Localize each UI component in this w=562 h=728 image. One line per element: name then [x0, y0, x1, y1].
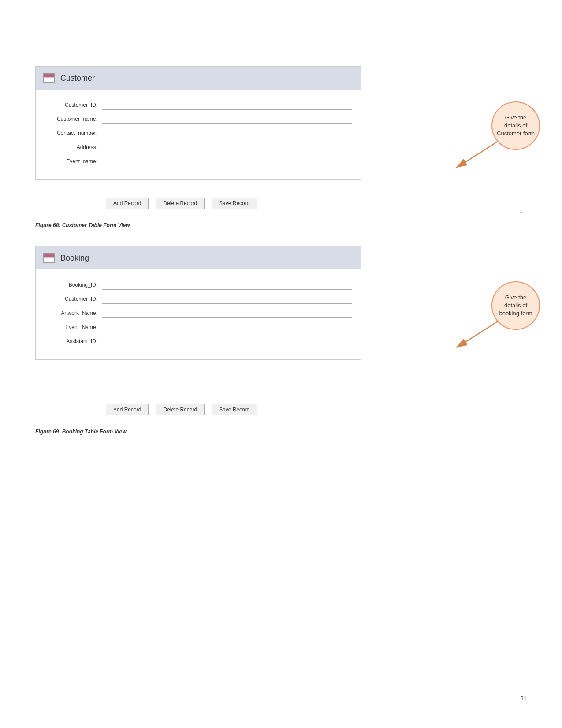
booking-form-header: Booking — [36, 246, 361, 269]
scroll-indicator: ▲ — [519, 209, 523, 214]
booking-form-section: Booking Booking_ID: Customer_ID: Artwork… — [35, 246, 527, 424]
customer-arrow-svg — [417, 101, 540, 190]
booking-annotation-wrapper: Give the details of booking form — [417, 281, 540, 370]
booking-form-container: Booking Booking_ID: Customer_ID: Artwork… — [35, 246, 361, 360]
booking-table-icon — [43, 253, 55, 263]
customer-annotation-wrapper: Give the details of Customer form — [417, 101, 540, 190]
label-booking-customer-id: Customer_ID: — [45, 296, 102, 302]
input-address[interactable] — [102, 142, 352, 152]
label-assistant-id: Assistant_ID: — [45, 338, 102, 344]
label-event-name: Event_name: — [45, 158, 102, 164]
label-customer-id: Customer_ID: — [45, 102, 102, 108]
field-row-customer-id: Customer_ID: — [45, 100, 352, 110]
label-booking-id: Booking_ID: — [45, 282, 102, 288]
customer-add-button[interactable]: Add Record — [106, 198, 149, 209]
customer-figure-caption: Figure 68: Customer Table Form View — [35, 222, 527, 228]
input-booking-customer-id[interactable] — [102, 294, 352, 304]
label-customer-name: Customer_name: — [45, 116, 102, 122]
label-event-name2: Event_Name: — [45, 324, 102, 330]
customer-annotation-bubble: Give the details of Customer form — [491, 101, 540, 150]
field-row-event-name: Event_name: — [45, 157, 352, 166]
field-row-contact-number: Contact_number: — [45, 128, 352, 138]
field-row-customer-name: Customer_name: — [45, 114, 352, 124]
booking-form-fields: Booking_ID: Customer_ID: Artwork_Name: E… — [36, 273, 361, 359]
input-artwork-name[interactable] — [102, 308, 352, 318]
booking-figure-caption: Figure 69: Booking Table Form View — [35, 429, 527, 435]
booking-buttons-area: Add Record Delete Record Save Record — [35, 395, 527, 424]
booking-add-button[interactable]: Add Record — [106, 404, 149, 415]
input-contact-number[interactable] — [102, 128, 352, 138]
field-row-artwork-name: Artwork_Name: — [45, 308, 352, 318]
booking-delete-button[interactable]: Delete Record — [156, 404, 205, 415]
customer-form-header: Customer — [36, 67, 361, 90]
field-row-booking-id: Booking_ID: — [45, 280, 352, 290]
input-customer-name[interactable] — [102, 114, 352, 124]
input-event-name[interactable] — [102, 157, 352, 166]
label-artwork-name: Artwork_Name: — [45, 310, 102, 316]
customer-form-title: Customer — [60, 74, 95, 83]
field-row-booking-customer-id: Customer_ID: — [45, 294, 352, 304]
input-customer-id[interactable] — [102, 100, 352, 110]
customer-form-fields: Customer_ID: Customer_name: Contact_numb… — [36, 93, 361, 179]
input-assistant-id[interactable] — [102, 336, 352, 346]
field-row-address: Address: — [45, 142, 352, 152]
customer-buttons-area: Add Record Delete Record Save Record ▲ — [35, 189, 527, 218]
page-number: 31 — [521, 695, 527, 702]
field-row-event-name2: Event_Name: — [45, 322, 352, 332]
table-icon — [43, 73, 55, 83]
input-event-name2[interactable] — [102, 322, 352, 332]
field-row-assistant-id: Assistant_ID: — [45, 336, 352, 346]
label-address: Address: — [45, 144, 102, 150]
customer-form-container: Customer Customer_ID: Customer_name: Con… — [35, 66, 361, 180]
booking-arrow-svg — [417, 281, 540, 370]
customer-save-button[interactable]: Save Record — [212, 198, 257, 209]
label-contact-number: Contact_number: — [45, 130, 102, 136]
customer-delete-button[interactable]: Delete Record — [156, 198, 205, 209]
booking-annotation-bubble: Give the details of booking form — [491, 281, 540, 330]
input-booking-id[interactable] — [102, 280, 352, 290]
booking-save-button[interactable]: Save Record — [212, 404, 257, 415]
booking-form-title: Booking — [60, 254, 89, 263]
customer-form-section: Customer Customer_ID: Customer_name: Con… — [35, 66, 527, 218]
